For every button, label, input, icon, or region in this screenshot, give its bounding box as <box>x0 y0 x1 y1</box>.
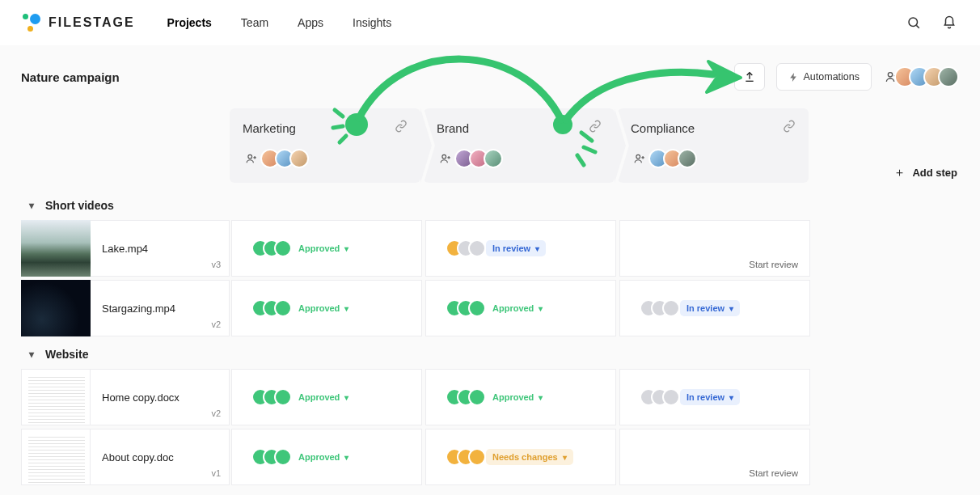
step-brand[interactable]: Brand <box>424 108 615 183</box>
svg-line-1 <box>916 25 919 28</box>
file-row-stargazing: Stargazing.mp4 v2 Approved▾ Approved▾ In… <box>21 280 959 336</box>
link-icon[interactable] <box>783 120 796 136</box>
status-cell[interactable]: In review▾ <box>425 220 616 277</box>
step-compliance[interactable]: Compliance <box>618 108 809 183</box>
project-title: Nature campaign <box>21 70 120 84</box>
svg-point-5 <box>248 154 252 159</box>
nav-apps[interactable]: Apps <box>298 16 323 29</box>
nav-projects[interactable]: Projects <box>167 16 212 29</box>
project-actions: Automations <box>734 63 959 91</box>
bell-icon[interactable] <box>941 15 957 31</box>
plus-icon: ＋ <box>893 165 906 180</box>
file-info[interactable]: Home copy.docx v2 <box>91 369 230 425</box>
status-cell[interactable]: Start review <box>619 429 810 485</box>
status-approved[interactable]: Approved▾ <box>486 300 549 316</box>
status-cell[interactable]: Approved▾ <box>231 280 422 336</box>
automations-label: Automations <box>804 71 860 82</box>
content-area: Nature campaign Automations ＋ Add step <box>0 45 980 495</box>
file-info[interactable]: About copy.doc v1 <box>91 429 230 485</box>
svg-point-0 <box>909 18 918 27</box>
section-short-videos[interactable]: ▾ Short videos <box>21 191 959 220</box>
automations-button[interactable]: Automations <box>776 63 872 91</box>
status-approved[interactable]: Approved▾ <box>292 389 355 405</box>
brand-name: FILESTAGE <box>49 15 135 30</box>
status-approved[interactable]: Approved▾ <box>292 240 355 256</box>
search-icon[interactable] <box>906 15 922 31</box>
avatar <box>678 149 697 168</box>
status-cell[interactable]: In review▾ <box>619 280 810 336</box>
top-bar: FILESTAGE Projects Team Apps Insights <box>0 0 980 45</box>
nav-insights[interactable]: Insights <box>353 16 391 29</box>
file-info[interactable]: Lake.mp4 v3 <box>91 220 230 277</box>
section-website[interactable]: ▾ Website <box>21 340 959 369</box>
logo[interactable]: FILESTAGE <box>23 14 135 32</box>
status-cell[interactable]: Approved▾ <box>231 220 422 277</box>
nav-team[interactable]: Team <box>241 16 268 29</box>
project-members[interactable] <box>883 66 959 87</box>
status-cell[interactable]: Approved▾ <box>425 280 616 336</box>
status-in-review[interactable]: In review▾ <box>486 240 546 256</box>
svg-point-8 <box>442 154 446 159</box>
file-thumb[interactable] <box>21 280 91 336</box>
status-approved[interactable]: Approved▾ <box>292 300 355 316</box>
file-row-aboutcopy: About copy.doc v1 Approved▾ Needs change… <box>21 429 959 485</box>
file-thumb[interactable] <box>21 429 91 485</box>
chevron-down-icon: ▾ <box>29 349 34 360</box>
status-cell[interactable]: Start review <box>619 220 810 277</box>
link-icon[interactable] <box>395 120 408 136</box>
file-thumb[interactable] <box>21 220 91 277</box>
start-review-link[interactable]: Start review <box>749 260 798 269</box>
status-cell[interactable]: Approved▾ <box>231 369 422 425</box>
avatar <box>289 149 309 168</box>
project-header: Nature campaign Automations <box>21 60 959 94</box>
upload-button[interactable] <box>734 63 765 91</box>
file-row-homecopy: Home copy.docx v2 Approved▾ Approved▾ In… <box>21 369 959 425</box>
status-in-review[interactable]: In review▾ <box>680 300 740 316</box>
status-cell[interactable]: In review▾ <box>619 369 810 425</box>
top-actions <box>906 15 957 31</box>
status-needs-changes[interactable]: Needs changes▾ <box>486 449 573 465</box>
file-thumb[interactable] <box>21 369 91 425</box>
avatar <box>938 66 959 87</box>
file-info[interactable]: Stargazing.mp4 v2 <box>91 280 230 336</box>
add-person-icon[interactable] <box>243 150 260 167</box>
status-in-review[interactable]: In review▾ <box>680 389 740 405</box>
status-cell[interactable]: Approved▾ <box>231 429 422 485</box>
status-approved[interactable]: Approved▾ <box>486 389 549 405</box>
svg-point-11 <box>636 154 640 159</box>
svg-point-2 <box>888 73 892 77</box>
file-row-lake: Lake.mp4 v3 Approved▾ In review▾ Start r… <box>21 220 959 277</box>
steps-header: Marketing Brand <box>230 108 809 183</box>
start-review-link[interactable]: Start review <box>749 468 798 478</box>
status-cell[interactable]: Needs changes▾ <box>425 429 616 485</box>
add-step-button[interactable]: ＋ Add step <box>893 165 957 180</box>
add-person-icon[interactable] <box>631 150 648 167</box>
step-marketing[interactable]: Marketing <box>230 108 420 183</box>
status-approved[interactable]: Approved▾ <box>292 449 355 465</box>
status-cell[interactable]: Approved▾ <box>425 369 616 425</box>
link-icon[interactable] <box>589 120 602 136</box>
avatar <box>484 149 503 168</box>
main-nav: Projects Team Apps Insights <box>167 16 392 29</box>
chevron-down-icon: ▾ <box>29 200 34 211</box>
add-person-icon[interactable] <box>437 150 454 167</box>
logo-mark-icon <box>23 14 40 32</box>
